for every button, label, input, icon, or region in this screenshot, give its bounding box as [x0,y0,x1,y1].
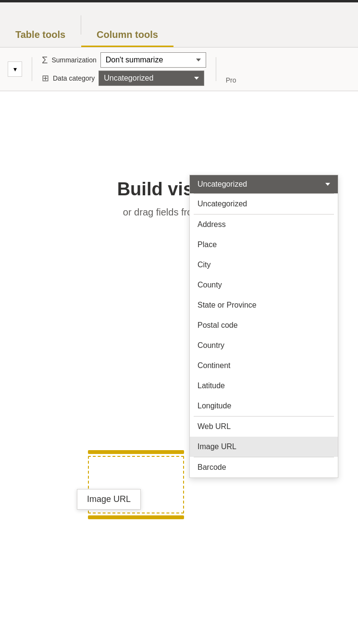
sigma-icon: Σ [42,55,48,66]
summarization-row: Σ Summarization Don't summarize [42,52,206,68]
yellow-bar-bottom [88,515,184,519]
dropdown-item-state-province[interactable]: State or Province [190,295,338,315]
data-category-dropdown[interactable]: Uncategorized [99,71,204,86]
yellow-bar-top [88,450,184,454]
ribbon: ▾ Σ Summarization Don't summarize ⊞ Data… [0,48,358,91]
ribbon-controls: Σ Summarization Don't summarize ⊞ Data c… [42,52,206,86]
data-category-icon: ⊞ [42,73,49,83]
main-canvas: Build visuaata or drag fields from the o… [0,91,358,644]
tab-column-tools[interactable]: Column tools [81,2,173,47]
image-url-tooltip: Image URL [77,489,141,510]
summarization-chevron-icon [196,59,201,61]
dropdown-item-latitude[interactable]: Latitude [190,376,338,396]
dropdown-item-longitude[interactable]: Longitude [190,396,338,416]
dropdown-selected-header[interactable]: Uncategorized [190,175,338,193]
dropdown-item-address[interactable]: Address [190,215,338,235]
data-category-label: Data category [53,74,95,82]
dropdown-item-country[interactable]: Country [190,335,338,356]
data-category-dropdown-menu[interactable]: Uncategorized Uncategorized Address Plac… [189,175,338,478]
data-category-row: ⊞ Data category Uncategorized [42,71,206,86]
dropdown-item-continent[interactable]: Continent [190,356,338,376]
properties-label: Pro [226,76,236,86]
dropdown-item-postal-code[interactable]: Postal code [190,315,338,335]
dropdown-item-barcode[interactable]: Barcode [190,457,338,477]
dropdown-item-place[interactable]: Place [190,235,338,255]
app-container: Table tools Column tools ▾ Σ Summarizati… [0,0,358,644]
tab-bar: Table tools Column tools [0,2,358,48]
ribbon-left-dropdown[interactable]: ▾ [8,61,22,77]
dropdown-header-chevron-icon [325,183,330,186]
data-category-chevron-icon [194,77,199,80]
tab-table-tools[interactable]: Table tools [0,2,81,47]
summarization-label: Summarization [51,56,96,64]
dropdown-item-city[interactable]: City [190,255,338,275]
ribbon-divider [32,57,32,81]
dropdown-item-image-url[interactable]: Image URL [190,437,338,457]
summarization-dropdown[interactable]: Don't summarize [100,52,206,68]
dropdown-item-uncategorized[interactable]: Uncategorized [190,194,338,214]
dropdown-item-county[interactable]: County [190,275,338,295]
ribbon-divider-2 [216,57,216,81]
chevron-down-icon: ▾ [13,65,17,73]
dropdown-item-web-url[interactable]: Web URL [190,417,338,437]
